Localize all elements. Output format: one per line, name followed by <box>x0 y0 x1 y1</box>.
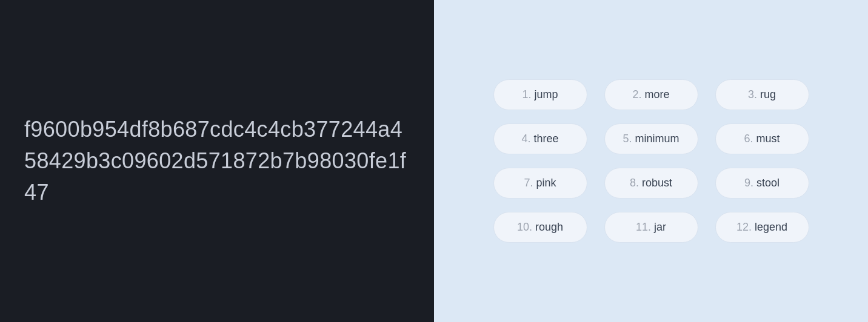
word-number: 1. <box>522 88 534 100</box>
word-label: pink <box>536 177 556 189</box>
word-label: jump <box>535 88 558 100</box>
word-number: 6. <box>744 133 756 145</box>
word-number: 10. <box>517 221 535 233</box>
word-number: 3. <box>748 88 760 100</box>
word-number: 9. <box>744 177 756 189</box>
word-pill[interactable]: 11. jar <box>604 212 698 243</box>
word-pill[interactable]: 3. rug <box>715 79 809 110</box>
word-label: three <box>533 133 558 145</box>
word-pill[interactable]: 1. jump <box>493 79 587 110</box>
word-label: must <box>756 133 780 145</box>
words-grid: 1. jump2. more3. rug4. three5. minimum6.… <box>481 67 821 255</box>
word-pill[interactable]: 4. three <box>493 123 587 154</box>
word-number: 12. <box>736 221 755 233</box>
word-label: minimum <box>635 133 679 145</box>
word-number: 4. <box>521 133 533 145</box>
word-label: stool <box>756 177 780 189</box>
word-pill[interactable]: 9. stool <box>715 168 809 199</box>
word-pill[interactable]: 5. minimum <box>604 123 698 154</box>
word-label: more <box>645 88 670 100</box>
word-label: legend <box>755 221 787 233</box>
word-pill[interactable]: 10. rough <box>493 212 587 243</box>
word-pill[interactable]: 6. must <box>715 123 809 154</box>
word-pill[interactable]: 8. robust <box>604 168 698 199</box>
word-number: 11. <box>636 221 654 233</box>
word-number: 7. <box>524 177 536 189</box>
right-panel: 1. jump2. more3. rug4. three5. minimum6.… <box>434 0 868 322</box>
word-pill[interactable]: 2. more <box>604 79 698 110</box>
left-panel: f9600b954df8b687cdc4c4cb377244a458429b3c… <box>0 0 434 322</box>
word-label: robust <box>642 177 672 189</box>
hash-display: f9600b954df8b687cdc4c4cb377244a458429b3c… <box>24 114 410 209</box>
word-label: jar <box>654 221 666 233</box>
word-label: rug <box>760 88 776 100</box>
word-label: rough <box>535 221 563 233</box>
word-pill[interactable]: 7. pink <box>493 168 587 199</box>
word-number: 2. <box>632 88 644 100</box>
word-pill[interactable]: 12. legend <box>715 212 809 243</box>
word-number: 5. <box>623 133 635 145</box>
word-number: 8. <box>630 177 642 189</box>
